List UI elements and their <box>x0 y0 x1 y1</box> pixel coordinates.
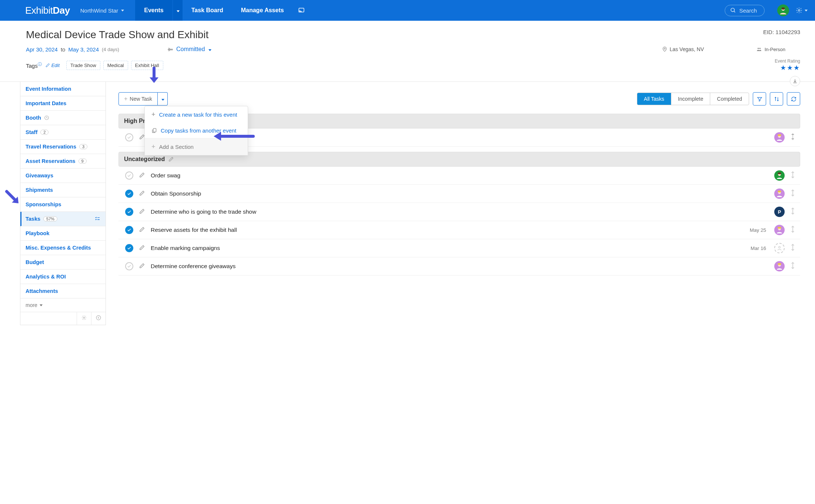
svg-line-2 <box>734 11 735 12</box>
drag-handle-icon[interactable] <box>791 133 795 142</box>
task-due-date: May 25 <box>750 227 766 233</box>
edit-task-icon[interactable] <box>139 227 145 234</box>
edit-task-icon[interactable] <box>139 245 145 252</box>
task-row[interactable]: Determine conference giveaways <box>118 257 800 276</box>
task-assignee[interactable] <box>774 243 785 253</box>
task-assignee[interactable] <box>774 132 785 143</box>
nav-task-board[interactable]: Task Board <box>183 0 232 21</box>
edit-tags-link[interactable]: Edit <box>46 63 60 68</box>
nav-events-dropdown[interactable] <box>173 0 183 21</box>
event-end-date[interactable]: May 3, 2024 <box>68 46 99 53</box>
new-task-dropdown-toggle[interactable] <box>158 92 168 106</box>
download-button[interactable] <box>790 76 800 86</box>
refresh-icon-button[interactable] <box>787 92 800 106</box>
task-title: Determine conference giveaways <box>151 263 768 270</box>
filter-icon-button[interactable] <box>753 92 766 106</box>
filter-all-tasks[interactable]: All Tasks <box>637 93 671 105</box>
dropdown-create-task[interactable]: + Create a new task for this event <box>145 106 248 123</box>
sidebar-item-important-dates[interactable]: Important Dates <box>20 96 106 111</box>
task-filter-pills: All Tasks Incomplete Completed <box>637 93 749 105</box>
task-row[interactable]: Enable marking campaignsMar 16 <box>118 239 800 257</box>
sidebar-item-event-information[interactable]: Event Information <box>20 82 106 96</box>
sidebar-item-attachments[interactable]: Attachments <box>20 284 106 298</box>
svg-point-1 <box>731 8 734 11</box>
event-format: In-Person <box>756 47 785 52</box>
task-checkbox[interactable] <box>125 190 133 198</box>
task-row[interactable]: Determine who is going to the trade show… <box>118 203 800 221</box>
nav-events[interactable]: Events <box>135 0 172 21</box>
task-checkbox[interactable] <box>125 244 133 252</box>
task-checkbox[interactable] <box>125 262 133 270</box>
search-button[interactable]: Search <box>725 5 765 16</box>
edit-task-icon[interactable] <box>139 134 145 141</box>
edit-task-icon[interactable] <box>139 190 145 197</box>
task-title: Obtain Sponsorship <box>151 190 768 197</box>
sidebar-item-analytics-roi[interactable]: Analytics & ROI <box>20 270 106 284</box>
task-assignee[interactable]: P <box>774 207 785 217</box>
sidebar-item-tasks[interactable]: Tasks57% <box>20 212 106 226</box>
drag-handle-icon[interactable] <box>791 244 795 253</box>
nav-cast-icon[interactable] <box>293 0 310 21</box>
svg-rect-16 <box>778 173 781 174</box>
task-checkbox[interactable] <box>125 133 133 141</box>
drag-handle-icon[interactable] <box>791 226 795 234</box>
edit-section-icon[interactable] <box>168 157 174 162</box>
sidebar-item-misc-expenses[interactable]: Misc. Expenses & Credits <box>20 241 106 255</box>
tags-label: Tagsⓘ <box>26 61 42 69</box>
task-row[interactable]: Reserve assets for the exhibit hallMay 2… <box>118 221 800 239</box>
svg-point-8 <box>759 48 761 49</box>
edit-task-icon[interactable] <box>139 263 145 270</box>
sidebar-item-asset-reservations[interactable]: Asset Reservations9 <box>20 154 106 168</box>
new-task-button[interactable]: + New Task <box>118 92 158 106</box>
task-checkbox[interactable] <box>125 171 133 180</box>
sidebar-item-playbook[interactable]: Playbook <box>20 226 106 241</box>
event-start-date[interactable]: Apr 30, 2024 <box>26 46 58 53</box>
sidebar-settings-icon[interactable] <box>77 312 91 325</box>
task-title: Determine who is going to the trade show <box>151 208 768 215</box>
svg-point-7 <box>758 48 759 49</box>
sidebar-item-giveaways[interactable]: Giveaways <box>20 168 106 183</box>
workspace-selector[interactable]: NorthWind Star <box>80 7 124 14</box>
annotation-arrow <box>211 131 255 142</box>
sidebar-collapse-icon[interactable] <box>91 312 106 325</box>
logo[interactable]: ExhibitDay <box>25 5 70 16</box>
user-avatar[interactable] <box>777 4 789 16</box>
event-rating[interactable]: Event Rating ★★★ <box>775 59 800 72</box>
filter-completed[interactable]: Completed <box>710 93 749 105</box>
edit-task-icon[interactable] <box>139 172 145 179</box>
task-due-date: Mar 16 <box>751 246 766 251</box>
nav-manage-assets[interactable]: Manage Assets <box>232 0 293 21</box>
filter-incomplete[interactable]: Incomplete <box>671 93 710 105</box>
sidebar-item-budget[interactable]: Budget <box>20 255 106 270</box>
tag-chip[interactable]: Trade Show <box>66 61 100 70</box>
tag-chip[interactable]: Medical <box>103 61 128 70</box>
drag-handle-icon[interactable] <box>791 189 795 198</box>
edit-task-icon[interactable] <box>139 208 145 216</box>
task-assignee[interactable] <box>774 170 785 181</box>
settings-gear[interactable] <box>796 7 808 14</box>
task-assignee[interactable] <box>774 261 785 271</box>
drag-handle-icon[interactable] <box>791 207 795 216</box>
svg-rect-20 <box>778 227 781 229</box>
sidebar-item-booth[interactable]: Booth <box>20 111 106 125</box>
drag-handle-icon[interactable] <box>791 262 795 271</box>
sidebar-item-sponsorships[interactable]: Sponsorships <box>20 197 106 212</box>
drag-handle-icon[interactable] <box>791 171 795 180</box>
commitment-status[interactable]: Committed <box>167 46 211 53</box>
task-assignee[interactable] <box>774 225 785 235</box>
sidebar-more[interactable]: more <box>20 298 106 312</box>
task-checkbox[interactable] <box>125 208 133 216</box>
task-row[interactable]: Obtain Sponsorship <box>118 185 800 203</box>
sidebar-item-staff[interactable]: Staff2 <box>20 125 106 140</box>
task-row[interactable]: Order swag <box>118 167 800 185</box>
sidebar-item-travel-reservations[interactable]: Travel Reservations3 <box>20 140 106 154</box>
sort-icon-button[interactable] <box>770 92 783 106</box>
task-assignee[interactable] <box>774 188 785 199</box>
date-to-label: to <box>61 46 66 53</box>
task-checkbox[interactable] <box>125 226 133 234</box>
event-header: Medical Device Trade Show and Exhibit EI… <box>0 21 815 77</box>
sidebar-item-shipments[interactable]: Shipments <box>20 183 106 197</box>
svg-rect-23 <box>778 263 781 265</box>
new-task-split-button: + New Task <box>118 92 168 106</box>
main-content: + New Task All Tasks Incomplete Complete… <box>106 82 800 325</box>
